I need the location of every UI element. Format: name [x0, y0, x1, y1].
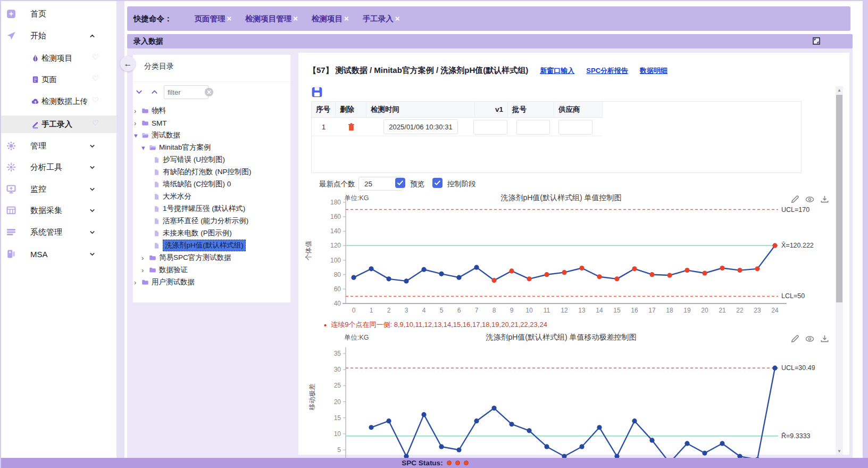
chevron-down-icon — [89, 229, 96, 236]
tree-node-13[interactable]: ›简易SPC官方测试数据 — [132, 252, 231, 264]
tree-node-1[interactable]: ›物料 — [132, 105, 166, 117]
sidebar-item-label: 分析工具 — [30, 162, 62, 173]
caret-right-icon[interactable]: › — [141, 266, 149, 274]
caret-right-icon[interactable]: › — [141, 254, 149, 262]
window-right-edge — [863, 1, 868, 468]
supplier-input[interactable] — [558, 120, 592, 135]
close-tab-icon[interactable]: × — [293, 14, 298, 23]
nav-icon — [6, 31, 16, 40]
sidebar-item-label: 手工录入 — [41, 119, 72, 129]
quick-tab-4[interactable]: 手工录入× — [363, 14, 400, 24]
sidebar-item-1[interactable]: 首页 — [1, 5, 116, 23]
tree-node-11[interactable]: 未接来电数 (P图示例) — [132, 227, 232, 239]
expand-all-icon[interactable] — [135, 88, 143, 96]
chevron-down-icon — [89, 207, 96, 214]
sidebar-item-7[interactable]: 管理 — [1, 137, 116, 155]
alert-text: 连续9个点在同一侧: 8,9,10,11,12,13,14,15,16,17,1… — [331, 320, 547, 330]
spark-icon — [6, 162, 16, 172]
tree-node-4[interactable]: ▾Minitab官方案例 — [132, 142, 211, 153]
svg-text:22: 22 — [736, 307, 744, 314]
sidebar-item-5[interactable]: 检测数据上传♡ — [1, 93, 116, 110]
caret-right-icon[interactable]: › — [134, 119, 141, 127]
sidebar-item-9[interactable]: 监控 — [1, 180, 116, 198]
tree-node-7[interactable]: 墙纸缺陷 (C控制图) 0 — [132, 178, 231, 190]
tree-node-14[interactable]: ›数据验证 — [132, 264, 188, 276]
caret-right-icon[interactable]: › — [134, 107, 141, 115]
tree-node-10[interactable]: 活塞环直径 (能力分析示例) — [132, 215, 248, 227]
collapse-all-icon[interactable] — [151, 88, 158, 96]
cloud-icon — [31, 97, 39, 105]
v1-input[interactable] — [473, 120, 507, 135]
datetime-input[interactable] — [383, 119, 458, 134]
preview-checkbox[interactable] — [395, 178, 405, 188]
favorite-heart-icon[interactable]: ♡ — [92, 53, 99, 61]
tree-node-label: 物料 — [152, 106, 166, 116]
favorite-heart-icon[interactable]: ♡ — [92, 74, 99, 83]
favorite-heart-icon[interactable]: ♡ — [92, 119, 99, 127]
caret-down-icon[interactable]: ▾ — [134, 132, 141, 139]
close-tab-icon[interactable]: × — [227, 14, 232, 23]
spc-status-label: SPC Status: — [402, 459, 443, 467]
quick-tab-1[interactable]: 页面管理× — [195, 14, 232, 24]
sidebar-item-3[interactable]: 检测项目♡ — [1, 50, 116, 67]
vertical-scrollbar[interactable]: ▲ ▼ — [836, 86, 843, 455]
data-detail-link[interactable]: 数据明细 — [640, 66, 667, 76]
tree-filter-input[interactable] — [164, 85, 208, 99]
caret-down-icon[interactable]: ▾ — [141, 144, 149, 152]
collapse-tree-button[interactable]: ← — [120, 56, 136, 71]
new-window-input-link[interactable]: 新窗口输入 — [540, 66, 574, 76]
svg-text:2: 2 — [387, 307, 391, 314]
close-tab-icon[interactable]: × — [344, 14, 349, 23]
sidebar-item-10[interactable]: 数据采集 — [1, 202, 116, 219]
svg-text:180: 180 — [330, 199, 341, 206]
tree-node-6[interactable]: 有缺陷的灯泡数 (NP控制图) — [132, 166, 252, 178]
sidebar-item-4[interactable]: 页面♡ — [1, 71, 116, 88]
clear-filter-icon[interactable] — [204, 87, 214, 97]
sidebar-item-12[interactable]: MSA — [1, 245, 116, 263]
svg-text:18: 18 — [666, 307, 673, 314]
save-button[interactable] — [311, 86, 323, 98]
sidebar-item-6[interactable]: 手工录入♡ — [1, 116, 116, 133]
latest-points-label: 最新点个数 — [319, 179, 355, 189]
pen-icon — [31, 120, 39, 128]
svg-text:30: 30 — [334, 366, 341, 373]
sidebar-item-label: 监控 — [30, 184, 46, 194]
favorite-heart-icon[interactable]: ♡ — [92, 96, 99, 104]
tree-node-5[interactable]: 抄写错误 (U控制图) — [132, 154, 225, 166]
sidebar-item-2[interactable]: 开始 — [1, 27, 116, 45]
tree-node-label: Minitab官方案例 — [159, 143, 211, 152]
scroll-up-arrow[interactable]: ▲ — [836, 86, 843, 94]
quick-tab-3[interactable]: 检测项目× — [312, 14, 349, 24]
download-chart-icon[interactable] — [820, 334, 829, 343]
svg-text:15: 15 — [334, 414, 341, 422]
table-header-row: 序号删除检测时间v1批号供应商 — [312, 102, 603, 118]
row-index: 1 — [312, 123, 336, 131]
quick-command-bar: 快捷命令： 页面管理×检测项目管理×检测项目×手工录入× — [127, 6, 850, 31]
tree-node-12[interactable]: 洗涤剂pH值(默认样式组) — [132, 240, 246, 251]
control-phase-checkbox[interactable] — [432, 178, 443, 188]
file-icon — [153, 193, 160, 200]
maximize-icon[interactable] — [812, 37, 821, 45]
sidebar-item-11[interactable]: 系统管理 — [1, 224, 116, 241]
folder-icon — [141, 278, 149, 286]
quick-tab-2[interactable]: 检测项目管理× — [245, 14, 298, 24]
tree-node-9[interactable]: 1号搅拌罐压强 (默认样式) — [132, 203, 245, 215]
tree-node-2[interactable]: ›SMT — [132, 117, 167, 129]
tree-node-3[interactable]: ▾测试数据 — [132, 129, 180, 141]
batch-input[interactable] — [516, 120, 550, 135]
tree-node-label: 洗涤剂pH值(默认样式组) — [163, 240, 246, 251]
tree-node-label: 测试数据 — [152, 130, 180, 140]
scrollbar-thumb[interactable] — [836, 95, 842, 302]
svg-text:9: 9 — [510, 307, 514, 314]
sidebar-item-8[interactable]: 分析工具 — [1, 159, 116, 176]
tree-node-8[interactable]: 大米水分 — [132, 191, 191, 202]
chevron-down-icon — [89, 143, 96, 150]
close-tab-icon[interactable]: × — [395, 14, 400, 23]
tree-node-label: 墙纸缺陷 (C控制图) 0 — [163, 179, 231, 189]
caret-right-icon[interactable]: › — [134, 278, 141, 286]
scroll-down-arrow[interactable]: ▼ — [836, 447, 843, 455]
tree-node-15[interactable]: ›用户测试数据 — [132, 276, 195, 288]
delete-row-icon[interactable] — [347, 122, 356, 132]
download-chart-icon[interactable] — [820, 195, 829, 204]
spc-report-link[interactable]: SPC分析报告 — [586, 66, 628, 76]
